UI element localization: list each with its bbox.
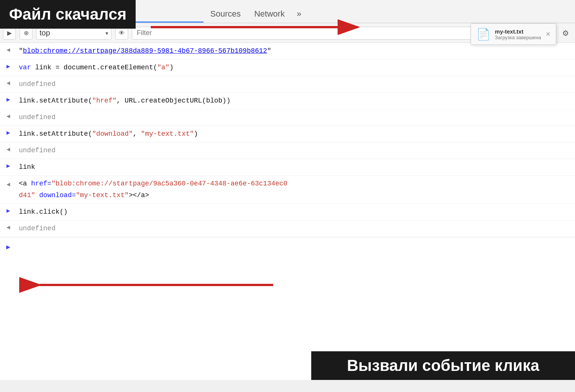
code-undefined: undefined: [19, 147, 55, 154]
line-content: link: [17, 161, 575, 173]
code-text: link.setAttribute(: [19, 130, 92, 138]
console-line: ◀ undefined: [0, 142, 575, 159]
gear-icon: ⚙: [562, 29, 569, 38]
input-arrow: ▶: [0, 95, 17, 103]
filter-input[interactable]: [132, 27, 498, 40]
code-text: ): [170, 64, 174, 71]
code-text: ,: [133, 130, 141, 138]
console-line: ▶ link.setAttribute("href", URL.createOb…: [0, 93, 575, 109]
input-arrow: ▶: [0, 206, 17, 214]
code-attr: download=: [39, 191, 76, 199]
file-icon: 📄: [476, 28, 490, 41]
output-arrow: ◀: [0, 78, 17, 87]
code-text: <a: [19, 180, 31, 187]
console-content[interactable]: ◀ "blob:chrome://startpage/388da889-5981…: [0, 43, 575, 380]
console-line-link-click: ▶ link.click(): [0, 204, 575, 220]
output-arrow: ◀: [0, 223, 17, 231]
line-content: undefined: [17, 112, 575, 123]
overlay-bottom: Вызвали событие клика: [311, 351, 575, 380]
code-text: link.setAttribute(: [19, 97, 92, 104]
code-text: ): [194, 130, 198, 138]
code-string: "a": [157, 64, 169, 71]
line-content: <a href="blob:chrome://startpage/9ac5a36…: [17, 178, 575, 190]
code-undefined: undefined: [19, 80, 55, 88]
console-line: ◀ <a href="blob:chrome://startpage/9ac5a…: [0, 176, 575, 204]
overlay-title: Файл скачался: [0, 0, 136, 29]
output-arrow: ◀: [0, 145, 17, 153]
line-content: var link = document.createElement("a"): [17, 62, 575, 74]
code-text: link: [19, 163, 35, 171]
play-icon: ▶: [7, 29, 12, 37]
download-popup: 📄 my-text.txt Загрузка завершена ✕: [471, 23, 556, 45]
console-line: ◀ undefined: [0, 220, 575, 237]
code-text: ></a>: [129, 191, 149, 199]
tab-more[interactable]: »: [291, 6, 306, 23]
code-undefined: undefined: [19, 113, 55, 121]
download-info: my-text.txt Загрузка завершена: [495, 28, 541, 40]
download-status: Загрузка завершена: [495, 35, 541, 40]
output-arrow: ◀: [0, 178, 17, 190]
line-content: undefined: [17, 78, 575, 90]
input-arrow: ▶: [0, 128, 17, 136]
input-arrow: ▶: [0, 62, 17, 70]
code-keyword: var: [19, 64, 35, 71]
line-content: undefined: [17, 145, 575, 156]
code-string: "download": [92, 130, 133, 138]
output-arrow: ◀: [0, 112, 17, 120]
console-line: ▶ var link = document.createElement("a"): [0, 60, 575, 76]
console-input[interactable]: [17, 243, 575, 251]
code-attr: href=: [31, 180, 51, 187]
devtools-window: Файл скачался Sources Network » ▶ ⊗ top …: [0, 0, 575, 380]
input-arrow: ▶: [0, 161, 17, 170]
tab-network[interactable]: Network: [248, 6, 292, 23]
line-content: link.setAttribute("download", "my-text.t…: [17, 128, 575, 140]
code-text: , URL.createObjectURL(blob)): [116, 97, 230, 104]
eye-icon: 👁: [119, 30, 125, 37]
code-string: "href": [92, 97, 116, 104]
tab-sources[interactable]: Sources: [203, 6, 248, 23]
code-attrval: d41": [19, 191, 35, 199]
context-label: top: [40, 29, 106, 37]
code-attrval: "my-text.txt": [76, 191, 128, 199]
chevron-down-icon: ▾: [106, 30, 108, 36]
download-filename: my-text.txt: [495, 28, 541, 35]
code-string: "my-text.txt": [141, 130, 194, 138]
output-arrow: ◀: [0, 45, 17, 54]
code-attrval: "blob:chrome://startpage/9ac5a360-0e47-4…: [51, 180, 288, 187]
line-content: d41" download="my-text.txt"></a>: [17, 190, 575, 201]
code-text: link = document.createElement(: [35, 64, 157, 71]
code-undefined: undefined: [19, 225, 55, 232]
code-link[interactable]: blob:chrome://startpage/388da889-5981-4b…: [23, 47, 267, 55]
console-line: ▶ link: [0, 159, 575, 176]
console-input-line: ▶: [0, 237, 575, 256]
line-content: link.click(): [17, 206, 575, 218]
console-line: ◀ "blob:chrome://startpage/388da889-5981…: [0, 43, 575, 60]
code-text: ": [19, 47, 23, 55]
settings-button[interactable]: ⚙: [559, 27, 572, 40]
line-content: undefined: [17, 223, 575, 234]
close-button[interactable]: ✕: [546, 31, 551, 38]
console-prompt: ▶: [0, 243, 17, 251]
console-line: ◀ undefined: [0, 76, 575, 93]
console-line: ◀ undefined: [0, 109, 575, 126]
stop-icon: ⊗: [24, 29, 29, 37]
console-line: ▶ link.setAttribute("download", "my-text…: [0, 126, 575, 142]
code-text: [35, 191, 39, 199]
code-text: link.click(): [19, 208, 68, 216]
code-text: ": [267, 47, 271, 55]
line-content: link.setAttribute("href", URL.createObje…: [17, 95, 575, 107]
line-content: "blob:chrome://startpage/388da889-5981-4…: [17, 45, 575, 57]
